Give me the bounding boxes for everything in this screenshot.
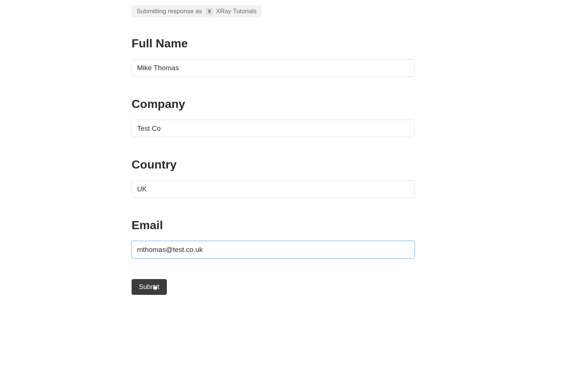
- field-email: Email: [132, 218, 415, 259]
- email-input[interactable]: [132, 241, 415, 259]
- close-icon[interactable]: X: [206, 8, 213, 15]
- country-label: Country: [132, 158, 415, 171]
- identity-pill: Submitting response as X XRay Tutorials: [132, 5, 262, 18]
- full-name-input[interactable]: [132, 59, 415, 77]
- company-label: Company: [132, 97, 415, 111]
- full-name-label: Full Name: [132, 37, 415, 50]
- email-label: Email: [132, 218, 415, 232]
- submit-button-label: Submit: [139, 283, 159, 290]
- submit-button[interactable]: Submit: [132, 279, 167, 295]
- identity-pill-prefix: Submitting response as: [137, 8, 202, 15]
- field-full-name: Full Name: [132, 37, 415, 77]
- field-country: Country: [132, 158, 415, 198]
- company-input[interactable]: [132, 120, 415, 137]
- country-input[interactable]: [132, 180, 415, 198]
- field-company: Company: [132, 97, 415, 137]
- form-container: Submitting response as X XRay Tutorials …: [132, 0, 415, 295]
- identity-pill-name: XRay Tutorials: [216, 8, 257, 15]
